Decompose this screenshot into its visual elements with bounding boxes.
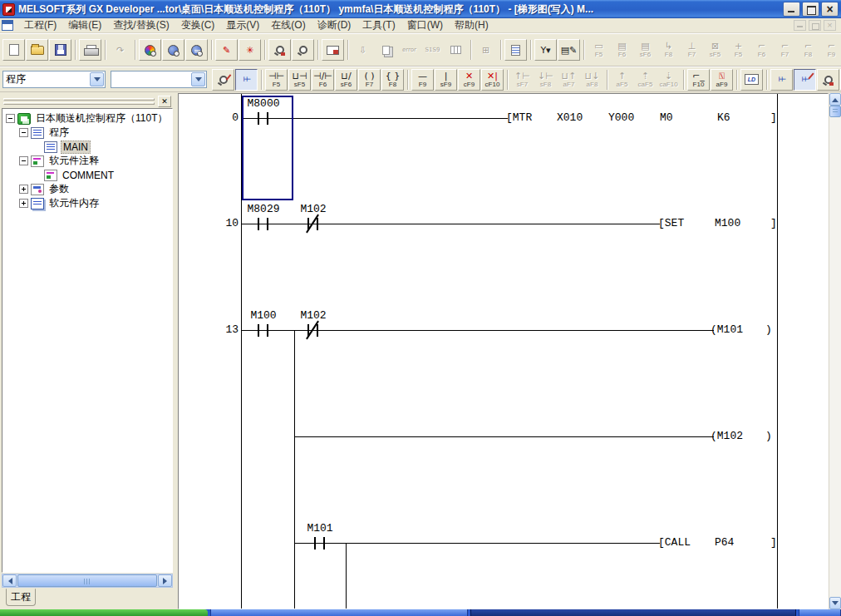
scroll-up-button[interactable] xyxy=(829,93,841,106)
menu-item[interactable]: 窗口(W) xyxy=(401,17,449,33)
menu-item[interactable]: 工具(T) xyxy=(357,17,401,33)
task-button-strip[interactable] xyxy=(799,609,841,616)
delete-line-button[interactable]: ⍂aF9 xyxy=(711,69,733,91)
monitor-mode-button[interactable]: ✳ xyxy=(239,39,261,61)
delete-vline-button[interactable]: ✕|cF10 xyxy=(481,69,504,91)
tree-expander-plus[interactable] xyxy=(19,185,28,194)
zoom-out-button[interactable] xyxy=(268,39,291,61)
draw-line-button[interactable]: ⌐_F10 xyxy=(687,69,710,91)
scroll-left-button[interactable] xyxy=(2,574,17,587)
instruction-part[interactable]: ] xyxy=(770,217,777,229)
project-data-list-button[interactable] xyxy=(235,69,258,91)
ladder-editor[interactable]: M8000M8029M102M100M102M101(M101)(M102)[M… xyxy=(178,93,829,609)
instruction-part[interactable]: X010 xyxy=(557,111,583,124)
menu-item[interactable]: 工程(F) xyxy=(18,17,62,33)
restore-button[interactable] xyxy=(802,2,819,17)
tree-expander-minus[interactable] xyxy=(19,128,28,137)
new-project-button[interactable] xyxy=(2,39,25,61)
find-step-button[interactable] xyxy=(185,39,208,61)
comment-display-button[interactable] xyxy=(212,69,234,91)
list-display-button[interactable] xyxy=(504,39,527,61)
tree-item-110t[interactable]: 日本顺送机控制程序（110T） xyxy=(4,111,172,126)
monitor-write-button[interactable]: ▤✎ xyxy=(558,39,580,61)
tree-expander-plus[interactable] xyxy=(19,199,28,208)
open-contact-button[interactable]: ⊣⊢F5 xyxy=(265,69,288,91)
contact-M102-bar[interactable] xyxy=(317,324,318,337)
menu-item[interactable]: 在线(O) xyxy=(265,17,311,33)
contact-M8029-bar[interactable] xyxy=(258,218,259,230)
outline-edit-button[interactable] xyxy=(794,69,816,91)
minimize-button[interactable] xyxy=(783,2,800,17)
contact-M101-bar[interactable] xyxy=(323,537,325,549)
instruction-part[interactable]: P64 xyxy=(715,536,734,549)
instruction-part[interactable]: ] xyxy=(770,536,777,549)
title-bar[interactable]: MELSOFT系列 GX Developer ...tor\桌面\日本顺送机控制… xyxy=(0,0,841,18)
vertical-line-button[interactable]: |sF9 xyxy=(435,69,457,91)
print-button[interactable] xyxy=(79,39,101,61)
close-button[interactable] xyxy=(821,2,839,17)
mdi-minimize-button[interactable] xyxy=(794,20,806,31)
combobox-dropdown-arrow[interactable] xyxy=(90,72,104,86)
tree-expander-minus[interactable] xyxy=(6,114,15,123)
open-branch-button[interactable]: ⊔⊣sF5 xyxy=(288,69,311,91)
ladder-list-toggle-button[interactable]: LD xyxy=(740,69,763,91)
delete-hline-button[interactable]: ✕cF9 xyxy=(458,69,480,91)
instruction-part[interactable]: M0 xyxy=(660,111,673,124)
vscroll-thumb[interactable] xyxy=(829,106,841,117)
instruction-part[interactable]: [MTR xyxy=(506,111,532,124)
screen-switch-button[interactable] xyxy=(322,39,344,61)
horizontal-line-button[interactable]: —F9 xyxy=(411,69,434,91)
coil-button[interactable]: ( )F7 xyxy=(358,69,381,91)
instruction-part[interactable]: [SET xyxy=(658,217,684,229)
close-contact-button[interactable]: ⊣/⊢F6 xyxy=(312,69,334,91)
contact-M102-bar[interactable] xyxy=(317,218,318,230)
instruction-part[interactable]: K6 xyxy=(717,111,730,124)
vscroll-track[interactable] xyxy=(829,117,841,597)
scroll-down-button[interactable] xyxy=(829,597,841,609)
mdi-restore-button[interactable] xyxy=(809,20,821,31)
task-button-strip[interactable] xyxy=(210,609,468,616)
tree-item-main[interactable]: MAIN xyxy=(4,140,172,154)
application-instruction-button[interactable]: { }F8 xyxy=(381,69,404,91)
tree-item-[interactable]: 参数 xyxy=(4,182,172,196)
menu-item[interactable]: 查找/替换(S) xyxy=(107,17,175,33)
combobox-dropdown-arrow[interactable] xyxy=(191,72,205,86)
device-test-button[interactable]: Y▾ xyxy=(534,39,557,61)
contact-M100-bar[interactable] xyxy=(267,324,268,337)
tree-item-[interactable]: 软元件内存 xyxy=(4,196,172,210)
mdi-close-button[interactable] xyxy=(824,20,836,31)
tree-item-[interactable]: 软元件注释 xyxy=(4,154,172,168)
close-branch-button[interactable]: ⊔/sF6 xyxy=(335,69,357,91)
contact-M8029-bar[interactable] xyxy=(267,218,268,230)
menu-item[interactable]: 编辑(E) xyxy=(62,17,107,33)
task-button-active-strip[interactable] xyxy=(470,609,796,616)
start-button-strip[interactable] xyxy=(0,609,208,616)
write-mode-button[interactable]: ✎ xyxy=(215,39,238,61)
coil-M102[interactable]: (M102 xyxy=(711,430,743,442)
tree-item-comment[interactable]: COMMENT xyxy=(4,168,172,182)
hscroll-thumb[interactable] xyxy=(17,574,157,587)
mdi-child-icon[interactable] xyxy=(2,20,13,31)
contact-M100-bar[interactable] xyxy=(258,324,259,337)
menu-item[interactable]: 变换(C) xyxy=(175,17,221,33)
find-instruction-button[interactable] xyxy=(162,39,184,61)
instruction-part[interactable]: ] xyxy=(770,111,777,124)
tree-expander-minus[interactable] xyxy=(19,156,28,165)
panel-close-button[interactable]: ✕ xyxy=(158,96,171,107)
open-project-button[interactable] xyxy=(26,39,48,61)
zoom-in-button[interactable] xyxy=(292,39,314,61)
menu-item[interactable]: 显示(V) xyxy=(220,17,265,33)
scroll-right-button[interactable] xyxy=(158,574,172,587)
program-combobox[interactable]: 程序 xyxy=(2,71,106,88)
find-monitor-button[interactable] xyxy=(817,69,839,91)
tree-item-[interactable]: 程序 xyxy=(4,126,172,140)
save-project-button[interactable] xyxy=(49,39,71,61)
instruction-part[interactable]: M100 xyxy=(715,217,740,229)
outline-display-button[interactable] xyxy=(770,69,793,91)
menu-item[interactable]: 诊断(D) xyxy=(312,17,357,33)
coil-M101[interactable]: (M101 xyxy=(711,323,743,336)
project-tab[interactable]: 工程 xyxy=(6,589,36,606)
contact-M101-bar[interactable] xyxy=(314,537,316,549)
instruction-part[interactable]: Y000 xyxy=(608,111,634,124)
find-device-button[interactable] xyxy=(139,39,161,61)
